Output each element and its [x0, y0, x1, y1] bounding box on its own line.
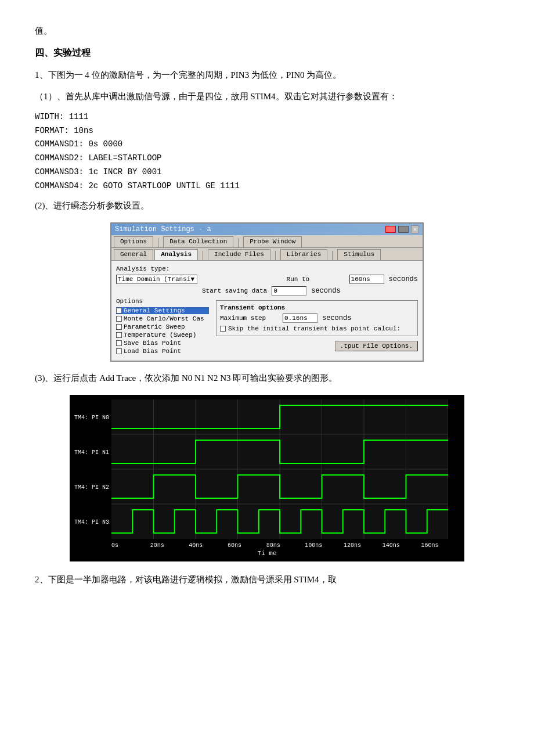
x-tick-1: 20ns — [150, 542, 189, 549]
options-right: Transient options Maximum step 0.16ns se… — [216, 298, 418, 356]
transient-options-box: Transient options Maximum step 0.16ns se… — [216, 300, 418, 336]
tab-probe-window[interactable]: Probe Window — [243, 236, 302, 247]
waveform-xlabel: Ti me — [74, 550, 460, 557]
cb-load-bias-box[interactable] — [116, 348, 122, 354]
dialog-close-btn[interactable]: ✕ — [411, 225, 419, 233]
waveform-inner: TM4: PI N0 TM4: PI N1 TM4: PI N2 TM4: PI… — [74, 399, 460, 540]
code-line-0: WIDTH: 1111 — [35, 110, 499, 124]
cb-monte-carlo-label: Monte Carlo/Worst Cas — [124, 315, 204, 322]
code-block: WIDTH: 1111 FORMAT: 10ns COMMANSD1: 0s 0… — [35, 110, 499, 193]
waveform-container: TM4: PI N0 TM4: PI N1 TM4: PI N2 TM4: PI… — [70, 395, 464, 561]
cb-general-settings[interactable]: ✓ General Settings — [116, 307, 209, 314]
section4-title: 四、实验过程 — [35, 45, 499, 62]
tab-analysis[interactable]: Analysis — [154, 249, 198, 260]
code-line-5: COMMANSD4: 2c GOTO STARTLOOP UNTIL GE 11… — [35, 179, 499, 193]
waveform-svg-area — [111, 399, 460, 540]
wave-label-2: TM4: PI N2 — [74, 470, 109, 505]
cb-load-bias-label: Load Bias Point — [124, 348, 181, 355]
x-tick-6: 120ns — [344, 542, 383, 549]
max-step-row: Maximum step 0.16ns seconds — [220, 314, 414, 323]
skip-label: Skip the initial transient bias point ca… — [228, 325, 400, 332]
tab-general[interactable]: General — [114, 249, 153, 260]
x-tick-2: 40ns — [189, 542, 228, 549]
max-step-label: Maximum step — [220, 315, 278, 322]
dialog-titlebar: Simulation Settings - a ✕ — [111, 224, 423, 235]
footer-area: .tput File Options. — [216, 341, 418, 351]
cb-temperature-label: Temperature (Sweep) — [124, 332, 196, 339]
waveform-labels: TM4: PI N0 TM4: PI N1 TM4: PI N2 TM4: PI… — [74, 399, 109, 540]
transient-title: Transient options — [220, 304, 414, 311]
wave-label-0: TM4: PI N0 — [74, 401, 109, 435]
x-tick-0: 0s — [111, 542, 150, 549]
skip-row: Skip the initial transient bias point ca… — [220, 325, 414, 332]
start-saving-input[interactable]: 0 — [272, 286, 306, 296]
cb-parametric-box[interactable] — [116, 324, 122, 330]
cb-general-settings-box[interactable]: ✓ — [116, 308, 122, 314]
sim-dialog: Simulation Settings - a ✕ Options Data C… — [110, 222, 424, 362]
tab-data-collection[interactable]: Data Collection — [163, 236, 233, 247]
start-saving-label: Start saving data — [202, 287, 267, 294]
options-left: Options ✓ General Settings Monte Carlo/W… — [116, 298, 209, 356]
options-area: Options ✓ General Settings Monte Carlo/W… — [116, 298, 418, 356]
para1-sub1: （1）、首先从库中调出激励信号源，由于是四位，故用 STIM4。双击它对其进行参… — [35, 89, 499, 105]
code-line-2: COMMANSD1: 0s 0000 — [35, 138, 499, 152]
cb-temperature-box[interactable] — [116, 332, 122, 338]
cb-save-bias[interactable]: Save Bias Point — [116, 340, 209, 347]
x-tick-4: 80ns — [266, 542, 305, 549]
tab-options[interactable]: Options — [114, 236, 153, 247]
analysis-type-row: Analysis type: — [116, 265, 418, 272]
x-tick-7: 140ns — [383, 542, 421, 549]
code-line-1: FORMAT: 10ns — [35, 124, 499, 138]
run-to-unit: seconds — [389, 275, 418, 283]
dialog-tabs-row2: General Analysis Include Files Libraries… — [111, 248, 423, 261]
start-saving-unit: seconds — [311, 287, 340, 295]
page-content: 值。 四、实验过程 1、下图为一 4 位的激励信号，为一个完整的周期，PIN3 … — [35, 23, 499, 588]
intro-value: 值。 — [35, 23, 499, 39]
cb-save-bias-label: Save Bias Point — [124, 340, 181, 347]
wave-label-1: TM4: PI N1 — [74, 435, 109, 470]
cb-general-settings-label: General Settings — [124, 307, 185, 314]
code-line-4: COMMANSD3: 1c INCR BY 0001 — [35, 165, 499, 179]
start-saving-row: Start saving data 0 seconds — [116, 286, 418, 296]
waveform-svg — [111, 399, 448, 539]
cb-temperature[interactable]: Temperature (Sweep) — [116, 332, 209, 339]
cb-save-bias-box[interactable] — [116, 340, 122, 346]
options-title: Options — [116, 298, 209, 305]
cb-parametric[interactable]: Parametric Sweep — [116, 323, 209, 330]
cb-monte-carlo[interactable]: Monte Carlo/Worst Cas — [116, 315, 209, 322]
wave-label-3: TM4: PI N3 — [74, 505, 109, 540]
x-tick-8: 160ns — [421, 542, 460, 549]
cb-load-bias[interactable]: Load Bias Point — [116, 348, 209, 355]
analysis-type-select[interactable]: Time Domain (Transi▼ — [116, 275, 197, 284]
run-to-input[interactable]: 160ns — [349, 275, 384, 284]
tab-stimulus[interactable]: Stimulus — [337, 249, 381, 260]
x-tick-5: 100ns — [305, 542, 344, 549]
skip-checkbox[interactable] — [220, 326, 226, 332]
run-to-label: Run to — [287, 276, 345, 283]
para-bottom: 2、下图是一半加器电路，对该电路进行逻辑模拟，激励信号源采用 STIM4，取 — [35, 572, 499, 588]
dialog-tabs-row1: Options Data Collection Probe Window — [111, 235, 423, 248]
dialog-title: Simulation Settings - a — [115, 225, 211, 233]
para1: 1、下图为一 4 位的激励信号，为一个完整的周期，PIN3 为低位，PIN0 为… — [35, 67, 499, 83]
analysis-type-select-row: Time Domain (Transi▼ Run to 160ns second… — [116, 275, 418, 284]
code-line-3: COMMANSD2: LABEL=STARTLOOP — [35, 152, 499, 165]
x-tick-3: 60ns — [228, 542, 266, 549]
cb-monte-carlo-box[interactable] — [116, 316, 122, 322]
tab-include-files[interactable]: Include Files — [208, 249, 270, 260]
max-step-input[interactable]: 0.16ns — [283, 314, 317, 323]
x-axis-ticks: 0s 20ns 40ns 60ns 80ns 100ns 120ns 140ns… — [74, 542, 460, 549]
output-file-options-btn[interactable]: .tput File Options. — [335, 341, 418, 351]
para1-sub2: (2)、进行瞬态分析参数设置。 — [35, 198, 499, 214]
dialog-body: Analysis type: Time Domain (Transi▼ Run … — [111, 261, 423, 361]
analysis-type-label: Analysis type: — [116, 265, 174, 272]
para3: (3)、运行后点击 Add Trace，依次添加 N0 N1 N2 N3 即可输… — [35, 370, 499, 386]
cb-parametric-label: Parametric Sweep — [124, 323, 185, 330]
tab-libraries[interactable]: Libraries — [280, 249, 327, 260]
max-step-unit: seconds — [322, 314, 351, 322]
